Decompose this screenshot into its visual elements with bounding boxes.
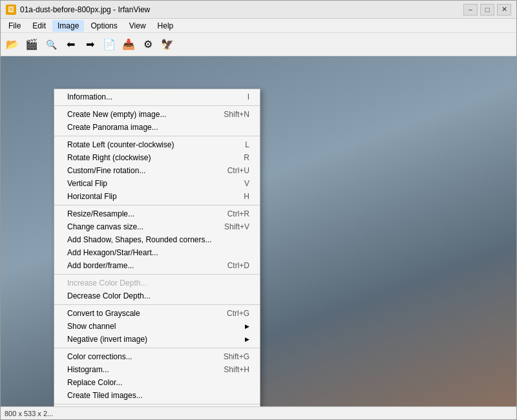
menu-tiled-images-label: Create Tiled images... [67, 391, 143, 400]
menu-horizontal-flip-label: Horizontal Flip [67, 192, 117, 201]
menu-create-new-shortcut: Shift+N [224, 110, 249, 119]
menu-rotate-right-shortcut: R [244, 153, 249, 162]
menu-information-label: Information... [67, 92, 112, 101]
app-icon: 🖼 [6, 5, 16, 15]
menu-color-corrections[interactable]: Color corrections... Shift+G [54, 350, 260, 363]
separator-5 [54, 304, 260, 305]
menu-image[interactable]: Image [52, 20, 84, 32]
menu-replace-color-label: Replace Color... [67, 378, 122, 387]
toolbar: 📂 🎬 🔍 ⬅ ➡ 📄 📥 ⚙ 🦅 [1, 33, 516, 56]
main-window: 🖼 01a-dust-before-800px.jpg - IrfanView … [0, 0, 517, 420]
menu-resize-shortcut: Ctrl+R [227, 209, 249, 218]
separator-2 [54, 136, 260, 136]
menu-custom-rotation[interactable]: Custom/Fine rotation... Ctrl+U [54, 164, 260, 177]
menu-information[interactable]: Information... I [54, 90, 260, 103]
menu-color-corrections-label: Color corrections... [67, 352, 132, 361]
menu-color-corrections-shortcut: Shift+G [224, 352, 249, 361]
menu-help[interactable]: Help [153, 20, 179, 32]
menu-options[interactable]: Options [85, 20, 122, 32]
close-button[interactable]: ✕ [497, 4, 511, 16]
menu-histogram-label: Histogram... [67, 365, 109, 374]
menu-border[interactable]: Add border/frame... Ctrl+D [54, 259, 260, 272]
menu-create-new[interactable]: Create New (empty) image... Shift+N [54, 108, 260, 121]
menu-grayscale-shortcut: Ctrl+G [227, 309, 249, 318]
separator-3 [54, 205, 260, 205]
menu-custom-rotation-shortcut: Ctrl+U [227, 166, 249, 175]
menu-histogram-shortcut: Shift+H [224, 365, 249, 374]
menu-increase-depth: Increase Color Depth... [54, 277, 260, 289]
menu-tiled-images[interactable]: Create Tiled images... [54, 389, 260, 402]
settings-icon[interactable]: ⚙ [139, 36, 157, 54]
zoom-out-icon[interactable]: 🔍 [42, 36, 60, 54]
open-icon[interactable]: 📂 [3, 36, 21, 54]
menu-canvas-size[interactable]: Change canvas size... Shift+V [54, 220, 260, 233]
menu-rotate-right[interactable]: Rotate Right (clockwise) R [54, 151, 260, 164]
menu-create-panorama-label: Create Panorama image... [67, 123, 158, 132]
forward-icon[interactable]: ➡ [81, 36, 99, 54]
film-icon[interactable]: 🎬 [23, 36, 41, 54]
window-title: 01a-dust-before-800px.jpg - IrfanView [20, 5, 459, 14]
menu-create-new-label: Create New (empty) image... [67, 110, 166, 119]
copy-icon[interactable]: 📄 [100, 36, 118, 54]
maximize-button[interactable]: □ [480, 4, 494, 16]
menu-rotate-left[interactable]: Rotate Left (counter-clockwise) L [54, 138, 260, 151]
menu-canvas-size-label: Change canvas size... [67, 222, 143, 231]
menu-grayscale-label: Convert to Grayscale [67, 309, 140, 318]
menu-shadow-shapes-label: Add Shadow, Shapes, Rounded corners... [67, 235, 211, 244]
menu-canvas-size-shortcut: Shift+V [224, 222, 249, 231]
minimize-button[interactable]: − [463, 4, 478, 16]
eagle-icon[interactable]: 🦅 [158, 36, 176, 54]
menu-border-shortcut: Ctrl+D [227, 261, 249, 270]
menu-custom-rotation-label: Custom/Fine rotation... [67, 166, 145, 175]
menu-border-label: Add border/frame... [67, 261, 134, 270]
menu-create-panorama[interactable]: Create Panorama image... [54, 121, 260, 134]
image-content: Information... I Create New (empty) imag… [1, 56, 516, 406]
menu-information-shortcut: I [248, 92, 249, 101]
separator-6 [54, 348, 260, 348]
menu-horizontal-flip[interactable]: Horizontal Flip H [54, 190, 260, 203]
menu-show-channel-label: Show channel [67, 322, 116, 331]
menu-negative[interactable]: Negative (invert image) [54, 333, 260, 346]
menu-view[interactable]: View [124, 20, 151, 32]
image-dropdown-menu: Information... I Create New (empty) imag… [54, 89, 260, 406]
menu-rotate-left-label: Rotate Left (counter-clockwise) [67, 140, 174, 149]
menu-show-channel[interactable]: Show channel [54, 320, 260, 333]
menu-increase-depth-label: Increase Color Depth... [67, 278, 147, 288]
menu-grayscale[interactable]: Convert to Grayscale Ctrl+G [54, 307, 260, 320]
title-bar-buttons: − □ ✕ [463, 4, 511, 16]
save-icon[interactable]: 📥 [120, 36, 138, 54]
menu-replace-color[interactable]: Replace Color... [54, 376, 260, 389]
menu-vertical-flip[interactable]: Vertical Flip V [54, 177, 260, 190]
status-text: 800 x 533 x 2... [5, 410, 53, 417]
menu-horizontal-flip-shortcut: H [244, 192, 249, 201]
menu-overlay[interactable]: Information... I Create New (empty) imag… [1, 56, 516, 406]
menu-decrease-depth-label: Decrease Color Depth... [67, 291, 151, 300]
menu-histogram[interactable]: Histogram... Shift+H [54, 363, 260, 376]
menu-vertical-flip-shortcut: V [244, 179, 249, 188]
menu-decrease-depth[interactable]: Decrease Color Depth... [54, 289, 260, 302]
menu-resize[interactable]: Resize/Resample... Ctrl+R [54, 207, 260, 220]
menu-edit[interactable]: Edit [27, 20, 51, 32]
menu-rotate-left-shortcut: L [245, 140, 249, 149]
menu-bar: File Edit Image Options View Help [1, 19, 516, 33]
menu-hexagon-label: Add Hexagon/Star/Heart... [67, 248, 158, 257]
separator-7 [54, 404, 260, 404]
separator-1 [54, 105, 260, 106]
title-bar: 🖼 01a-dust-before-800px.jpg - IrfanView … [1, 1, 516, 19]
menu-negative-label: Negative (invert image) [67, 335, 147, 344]
status-bar: 800 x 533 x 2... [1, 406, 516, 419]
menu-shadow-shapes[interactable]: Add Shadow, Shapes, Rounded corners... [54, 233, 260, 246]
menu-resize-label: Resize/Resample... [67, 209, 134, 218]
menu-hexagon[interactable]: Add Hexagon/Star/Heart... [54, 246, 260, 259]
menu-rotate-right-label: Rotate Right (clockwise) [67, 153, 151, 162]
separator-4 [54, 274, 260, 275]
menu-vertical-flip-label: Vertical Flip [67, 179, 107, 188]
back-icon[interactable]: ⬅ [61, 36, 79, 54]
menu-file[interactable]: File [3, 20, 26, 32]
